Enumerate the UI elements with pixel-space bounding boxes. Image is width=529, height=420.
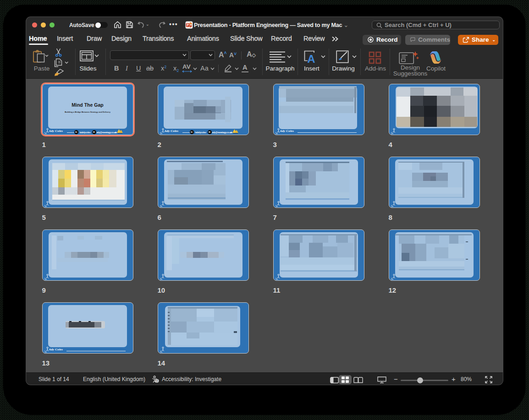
svg-text:P: P [187, 23, 189, 27]
svg-text:!: ! [156, 379, 157, 382]
svg-text:A: A [307, 53, 315, 64]
